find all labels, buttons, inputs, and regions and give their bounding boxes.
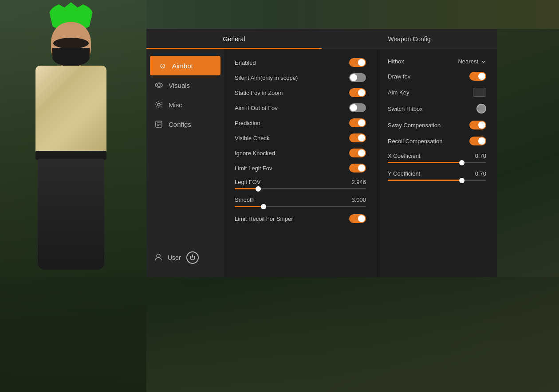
character-shirt — [35, 66, 106, 154]
ignore-knocked-label: Ignore Knocked — [235, 150, 275, 157]
aim-out-fov-label: Aim if Out of Fov — [235, 105, 278, 111]
y-coefficient-row: Y Coefficient 0.70 — [388, 170, 486, 181]
aim-key-slot[interactable] — [473, 88, 486, 97]
aimbot-icon: ⊙ — [158, 61, 167, 70]
limit-legit-toggle[interactable] — [349, 164, 366, 172]
static-fov-label: Static Fov in Zoom — [235, 90, 283, 96]
sway-compensation-label: Sway Compensation — [388, 122, 441, 129]
setting-row-aim-out-fov: Aim if Out of Fov — [235, 103, 366, 112]
right-content: Hitbox Nearest Draw fov Aim Key — [377, 49, 497, 277]
hitbox-row: Hitbox Nearest — [388, 58, 486, 65]
sway-compensation-row: Sway Compensation — [388, 121, 486, 129]
x-coefficient-track[interactable] — [388, 162, 486, 163]
svg-point-7 — [157, 254, 160, 258]
legit-fov-value: 2.946 — [351, 179, 366, 185]
chevron-down-icon — [481, 59, 486, 64]
sidebar-item-aimbot[interactable]: ⊙ Aimbot — [150, 56, 220, 75]
ignore-knocked-toggle[interactable] — [349, 149, 366, 157]
setting-row-static-fov: Static Fov in Zoom — [235, 88, 366, 97]
setting-row-limit-legit: Limit Legit Fov — [235, 164, 366, 172]
smooth-value: 3.000 — [351, 196, 366, 203]
draw-fov-label: Draw fov — [388, 73, 410, 80]
limit-recoil-toggle[interactable] — [349, 214, 366, 223]
legit-fov-slider-row: Legit FOV 2.946 — [235, 179, 366, 189]
recoil-compensation-toggle[interactable] — [469, 137, 486, 145]
main-panel: General Weapon Config ⊙ Aimbot Visuals — [146, 29, 497, 277]
aim-key-row: Aim Key — [388, 88, 486, 97]
y-coefficient-track[interactable] — [388, 180, 486, 181]
draw-fov-toggle[interactable] — [469, 72, 486, 81]
tab-bar: General Weapon Config — [146, 29, 497, 49]
svg-point-2 — [157, 103, 160, 106]
limit-recoil-label: Limit Recoil For Sniper — [235, 216, 293, 222]
tab-weapon-config[interactable]: Weapon Config — [322, 29, 497, 49]
prediction-label: Prediction — [235, 120, 260, 126]
sidebar-item-configs[interactable]: Configs — [146, 114, 224, 134]
panel-body: ⊙ Aimbot Visuals — [146, 49, 497, 277]
user-label: User — [168, 254, 181, 261]
left-content: Enabled Silent Aim(only in scope) Static… — [224, 49, 377, 277]
x-coefficient-value: 0.70 — [475, 153, 486, 159]
character-glasses — [53, 38, 89, 49]
character-pants — [38, 159, 104, 270]
smooth-fill — [235, 206, 264, 207]
x-coefficient-fill — [388, 162, 462, 163]
recoil-compensation-row: Recoil Compensation — [388, 137, 486, 145]
setting-row-silent-aim: Silent Aim(only in scope) — [235, 73, 366, 82]
smooth-slider-row: Smooth 3.000 — [235, 196, 366, 207]
x-coefficient-row: X Coefficient 0.70 — [388, 153, 486, 163]
silent-aim-label: Silent Aim(only in scope) — [235, 74, 298, 81]
character-mask — [52, 48, 90, 67]
character-belt — [35, 151, 106, 160]
aim-out-fov-toggle[interactable] — [349, 103, 366, 112]
hitbox-dropdown[interactable]: Nearest — [458, 58, 486, 65]
y-coefficient-fill — [388, 180, 462, 181]
visible-check-label: Visible Check — [235, 135, 270, 141]
tab-general[interactable]: General — [146, 29, 322, 49]
visible-check-toggle[interactable] — [349, 133, 366, 142]
sidebar-item-misc[interactable]: Misc — [146, 95, 224, 114]
user-icon — [154, 253, 162, 263]
y-coefficient-thumb[interactable] — [459, 178, 465, 183]
character-area — [0, 0, 146, 392]
sidebar: ⊙ Aimbot Visuals — [146, 49, 224, 277]
setting-row-ignore-knocked: Ignore Knocked — [235, 149, 366, 157]
legit-fov-thumb[interactable] — [256, 186, 261, 192]
configs-icon — [154, 120, 163, 129]
static-fov-toggle[interactable] — [349, 88, 366, 97]
draw-fov-row: Draw fov — [388, 72, 486, 81]
switch-hitbox-toggle[interactable] — [476, 104, 486, 114]
enabled-label: Enabled — [235, 59, 256, 66]
legit-fov-label: Legit FOV — [235, 179, 261, 185]
x-coefficient-thumb[interactable] — [459, 160, 465, 165]
aim-key-label: Aim Key — [388, 89, 409, 96]
setting-row-limit-recoil: Limit Recoil For Sniper — [235, 214, 366, 223]
x-coefficient-label: X Coefficient — [388, 153, 420, 159]
recoil-compensation-label: Recoil Compensation — [388, 138, 443, 145]
enabled-toggle[interactable] — [349, 58, 366, 67]
misc-icon — [154, 100, 163, 109]
sidebar-bottom: User — [146, 245, 224, 270]
svg-point-1 — [157, 84, 160, 86]
setting-row-visible-check: Visible Check — [235, 133, 366, 142]
legit-fov-track[interactable] — [235, 188, 366, 189]
visuals-icon — [154, 81, 163, 90]
smooth-thumb[interactable] — [261, 204, 266, 209]
silent-aim-toggle[interactable] — [349, 73, 366, 82]
smooth-label: Smooth — [235, 196, 255, 203]
y-coefficient-label: Y Coefficient — [388, 170, 420, 177]
setting-row-enabled: Enabled — [235, 58, 366, 67]
hitbox-label: Hitbox — [388, 58, 404, 65]
switch-hitbox-row: Switch Hitbox — [388, 104, 486, 114]
character-figure — [13, 0, 129, 288]
sway-compensation-toggle[interactable] — [469, 121, 486, 129]
switch-hitbox-label: Switch Hitbox — [388, 106, 423, 112]
prediction-toggle[interactable] — [349, 118, 366, 127]
sidebar-item-visuals[interactable]: Visuals — [146, 75, 224, 95]
setting-row-prediction: Prediction — [235, 118, 366, 127]
power-button[interactable] — [186, 251, 199, 264]
y-coefficient-value: 0.70 — [475, 170, 486, 177]
limit-legit-label: Limit Legit Fov — [235, 165, 272, 172]
legit-fov-fill — [235, 188, 258, 189]
smooth-track[interactable] — [235, 206, 366, 207]
